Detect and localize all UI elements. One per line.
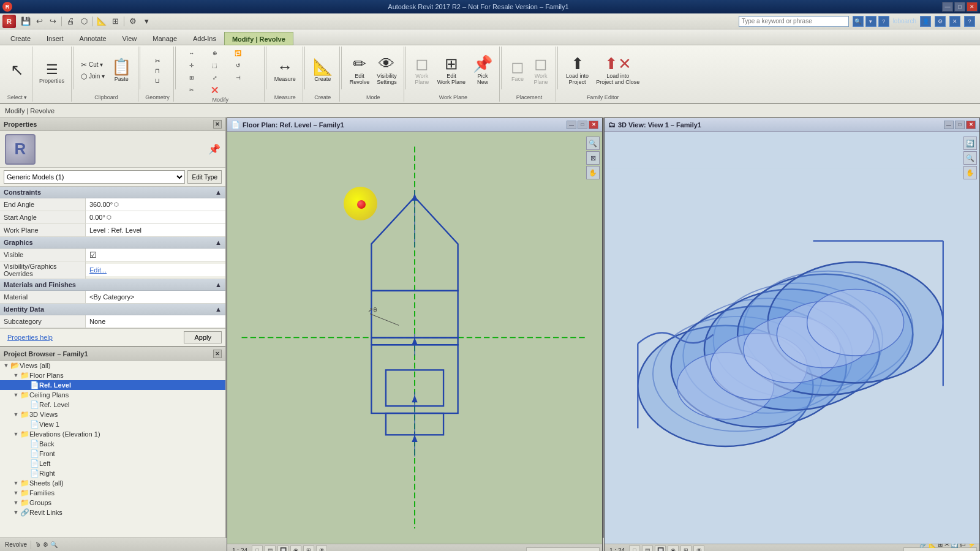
mirror-button[interactable]: 🔁	[227, 48, 249, 59]
trim-button[interactable]: ⊣	[227, 72, 249, 83]
fp-nav-pan-button[interactable]: ✋	[586, 166, 600, 179]
create-button[interactable]: 📐 Create	[310, 56, 336, 84]
qat-undo-button[interactable]: ↩	[33, 15, 45, 28]
3d-view-content[interactable]: 🔄 🔍 ✋	[605, 132, 979, 544]
tree-item-9[interactable]: 📄 Front	[0, 449, 225, 459]
tree-item-2[interactable]: 📄 Ref. Level	[0, 380, 225, 390]
properties-button[interactable]: ☰ Properties	[36, 61, 67, 86]
3d-min-button[interactable]: —	[944, 121, 954, 129]
tree-item-14[interactable]: ▼ 📁 Groups	[0, 498, 225, 508]
load-into-project-close-button[interactable]: ⬆✕ Load intoProject and Close	[593, 53, 643, 88]
graphics-section[interactable]: Graphics ▲	[0, 237, 225, 249]
fp-nav-fit-button[interactable]: ⊠	[586, 151, 600, 165]
3d-scrollbar[interactable]	[903, 547, 977, 551]
help-button[interactable]: ?	[878, 16, 889, 27]
tree-item-11[interactable]: 📄 Right	[0, 468, 225, 478]
qat-save-button[interactable]: 💾	[20, 15, 32, 28]
tab-annotate[interactable]: Annotate	[72, 31, 115, 45]
tree-item-3[interactable]: ▼ 📁 Ceiling Plans	[0, 390, 225, 400]
help-icon[interactable]: ?	[964, 16, 975, 27]
copy-button[interactable]: ⬚	[204, 60, 226, 71]
tree-item-10[interactable]: 📄 Left	[0, 459, 225, 468]
fp-render-button[interactable]: 🔲	[277, 545, 288, 551]
user-icon[interactable]: 👤	[920, 16, 931, 27]
edit-type-button[interactable]: Edit Type	[187, 170, 222, 184]
3d-shadow-button[interactable]: ◉	[668, 545, 679, 551]
search-input[interactable]	[739, 16, 849, 27]
fp-view-mode-button[interactable]: □	[252, 545, 263, 551]
fp-close-button[interactable]: ✕	[589, 121, 598, 129]
qat-print-button[interactable]: 🖨	[64, 15, 77, 28]
qat-measure-button[interactable]: 📐	[96, 15, 108, 28]
materials-section[interactable]: Materials and Finishes ▲	[0, 279, 225, 291]
array-button[interactable]: ⊞	[181, 72, 203, 83]
tab-modify-revolve[interactable]: Modify | Revolve	[224, 32, 293, 45]
align-button[interactable]: ↔	[181, 48, 203, 59]
offset-button[interactable]: ⊕	[204, 48, 226, 59]
tree-item-7[interactable]: ▼ 📁 Elevations (Elevation 1)	[0, 429, 225, 439]
fp-detail-button[interactable]: ▤	[265, 545, 276, 551]
paste-button[interactable]: 📋 Paste	[108, 56, 134, 84]
properties-help-link[interactable]: Properties help	[4, 331, 56, 343]
qat-settings-button[interactable]: ⚙	[127, 15, 139, 28]
search-options-button[interactable]: ▾	[865, 16, 876, 27]
cut-button[interactable]: ✂ Cut ▾	[78, 59, 107, 70]
tree-item-12[interactable]: ▼ 📁 Sheets (all)	[0, 478, 225, 488]
fp-hide-button[interactable]: 👁	[316, 545, 327, 551]
tab-insert[interactable]: Insert	[39, 31, 72, 45]
subtract-button[interactable]: ⊔	[153, 76, 162, 85]
3d-render-button[interactable]: 🔲	[655, 545, 666, 551]
cut-geom-button[interactable]: ✂	[153, 56, 162, 66]
constraints-section[interactable]: Constraints ▲	[0, 187, 225, 198]
3d-crop-button[interactable]: ⊞	[680, 545, 692, 551]
subcategory-value[interactable]: None	[86, 315, 225, 328]
fp-nav-zoom-button[interactable]: 🔍	[586, 137, 600, 150]
qat-3d-button[interactable]: ⬡	[78, 15, 90, 28]
work-plane-value[interactable]: Level : Ref. Level	[86, 224, 225, 236]
3d-hide-button[interactable]: 👁	[693, 545, 704, 551]
close-app-button[interactable]: ✕	[949, 16, 960, 27]
delete-button[interactable]: ❌	[204, 84, 226, 96]
edit-workplane-button[interactable]: ⊞ EditWork Plane	[434, 53, 469, 88]
start-angle-value[interactable]: 0.00° ⬡	[86, 211, 225, 223]
3d-nav-pan-button[interactable]: ✋	[963, 166, 977, 179]
qat-redo-button[interactable]: ↪	[47, 15, 59, 28]
apply-button[interactable]: Apply	[184, 331, 222, 343]
tree-item-4[interactable]: 📄 Ref. Level	[0, 400, 225, 410]
tree-item-5[interactable]: ▼ 📁 3D Views	[0, 410, 225, 419]
qat-dropdown-button[interactable]: ▾	[140, 15, 153, 28]
fp-min-button[interactable]: —	[567, 121, 576, 129]
select-button[interactable]: ↖	[6, 59, 28, 81]
edit-revolve-button[interactable]: ✏ EditRevolve	[347, 53, 373, 88]
fp-shadow-button[interactable]: ◉	[290, 545, 301, 551]
fp-max-button[interactable]: □	[578, 121, 587, 129]
visible-value[interactable]: ☑	[86, 249, 225, 261]
scale-button[interactable]: ⤢	[204, 72, 226, 83]
project-browser-close[interactable]: ✕	[213, 350, 222, 358]
tree-item-0[interactable]: ▼ 📂 Views (all)	[0, 361, 225, 370]
tree-item-13[interactable]: ▼ 📁 Families	[0, 488, 225, 498]
tab-create[interactable]: Create	[2, 31, 39, 45]
3d-detail-button[interactable]: ▤	[642, 545, 653, 551]
join-button[interactable]: ⬡ Join ▾	[78, 71, 107, 82]
minimize-button[interactable]: —	[942, 2, 953, 12]
tab-view[interactable]: View	[115, 31, 145, 45]
load-into-project-button[interactable]: ⬆ Load intoProject	[563, 53, 592, 88]
fp-crop-button[interactable]: ⊞	[303, 545, 314, 551]
prop-pin-button[interactable]: 📌	[208, 143, 221, 155]
end-angle-value[interactable]: 360.00° ⬡	[86, 198, 225, 211]
union-button[interactable]: ⊓	[153, 66, 162, 75]
tree-item-6[interactable]: 📄 View 1	[0, 419, 225, 429]
3d-view-mode-button[interactable]: □	[629, 545, 640, 551]
material-value[interactable]: <By Category>	[86, 291, 225, 303]
pick-new-button[interactable]: 📌 PickNew	[470, 53, 496, 88]
tab-addins[interactable]: Add-Ins	[185, 31, 224, 45]
close-button[interactable]: ✕	[967, 2, 978, 12]
fp-scrollbar[interactable]	[526, 547, 600, 551]
3d-max-button[interactable]: □	[955, 121, 965, 129]
tab-manage[interactable]: Manage	[145, 31, 185, 45]
qat-align-button[interactable]: ⊞	[109, 15, 121, 28]
3d-nav-orbit-button[interactable]: 🔄	[963, 137, 977, 150]
move-button[interactable]: ✛	[181, 60, 203, 71]
identity-section[interactable]: Identity Data ▲	[0, 304, 225, 315]
